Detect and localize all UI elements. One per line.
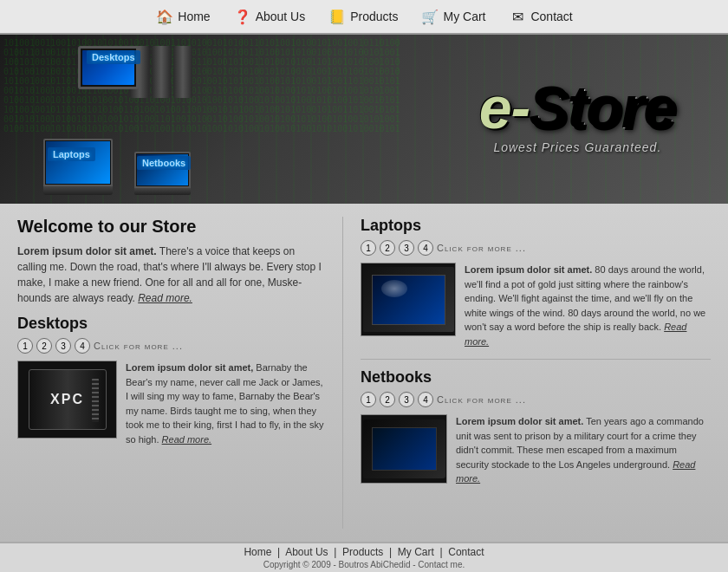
products-icon: 📒 xyxy=(328,7,347,26)
desktop-page-3[interactable]: 3 xyxy=(55,338,71,354)
netbook-page-4[interactable]: 4 xyxy=(418,392,433,407)
netbook-page-1[interactable]: 1 xyxy=(361,392,376,407)
netbooks-desc-bold: Lorem ipsum dolor sit amet. xyxy=(456,416,583,426)
xpc-vent xyxy=(92,379,99,422)
about-icon: ❓ xyxy=(233,7,252,26)
footer-home[interactable]: Home xyxy=(244,546,271,558)
laptops-desc: Lorem ipsum dolor sit amet. 80 days arou… xyxy=(465,263,711,348)
laptops-badge: Laptops xyxy=(48,147,95,161)
footer-products[interactable]: Products xyxy=(342,546,383,558)
left-column: Welcome to our Store Lorem ipsum dolor s… xyxy=(17,217,325,529)
netbooks-title: Netbooks xyxy=(361,368,711,387)
footer-links: Home | About Us | Products | My Cart | C… xyxy=(244,546,484,558)
footer-copyright: Copyright © 2009 - Boutros AbiChedid - C… xyxy=(263,560,465,569)
desktop-product-image: XPC xyxy=(17,361,117,439)
desktops-pagination: 1 2 3 4 Click for more ... xyxy=(17,338,325,354)
desktop-page-2[interactable]: 2 xyxy=(36,338,52,354)
home-icon: 🏠 xyxy=(155,7,174,26)
banner-computers: Desktops Laptops Netbooks xyxy=(35,39,277,204)
netbooks-badge: Netbooks xyxy=(137,156,191,170)
laptop-page-2[interactable]: 2 xyxy=(380,240,395,256)
welcome-section: Welcome to our Store Lorem ipsum dolor s… xyxy=(17,217,325,306)
netbook-product-screen xyxy=(372,427,437,471)
netbook-product-image xyxy=(361,414,447,484)
nav-contact[interactable]: ✉ Contact xyxy=(501,3,579,29)
netbook-display: Netbooks xyxy=(134,152,191,195)
desktops-section: Desktops 1 2 3 4 Click for more ... XPC … xyxy=(17,315,325,446)
laptop-display: Laptops xyxy=(43,139,113,195)
nav-home-label: Home xyxy=(178,10,210,23)
laptop-page-1[interactable]: 1 xyxy=(361,240,376,256)
laptops-click-more[interactable]: Click for more ... xyxy=(437,243,526,253)
xpc-label: XPC xyxy=(50,392,84,407)
desktop-page-1[interactable]: 1 xyxy=(17,338,33,354)
right-column: Laptops 1 2 3 4 Click for more ... Lore xyxy=(342,217,711,529)
nav-home[interactable]: 🏠 Home xyxy=(148,3,217,29)
tower-2 xyxy=(152,46,171,98)
netbook-page-3[interactable]: 3 xyxy=(399,392,414,407)
netbooks-pagination: 1 2 3 4 Click for more ... xyxy=(361,392,711,407)
laptops-desc-bold: Lorem ipsum dolor sit amet. xyxy=(465,264,592,275)
laptops-section: Laptops 1 2 3 4 Click for more ... Lore xyxy=(361,217,711,348)
desktops-title: Desktops xyxy=(17,315,325,333)
netbooks-product-row: Lorem ipsum dolor sit amet. Ten years ag… xyxy=(361,414,711,486)
title-e: e- xyxy=(479,74,530,140)
title-main: Store xyxy=(530,74,676,140)
welcome-text-bold: Lorem ipsum dolor sit amet. xyxy=(17,245,157,257)
tower-3 xyxy=(173,46,192,98)
navigation: 🏠 Home ❓ About Us 📒 Products 🛒 My Cart ✉… xyxy=(0,0,728,35)
laptop-page-3[interactable]: 3 xyxy=(399,240,414,256)
desktops-click-more[interactable]: Click for more ... xyxy=(94,341,183,351)
laptop-page-4[interactable]: 4 xyxy=(418,240,433,256)
netbooks-desc: Lorem ipsum dolor sit amet. Ten years ag… xyxy=(456,414,711,486)
banner: 1010010011001010010101001001010011010100… xyxy=(0,35,728,204)
netbook-body xyxy=(134,188,191,195)
laptops-title: Laptops xyxy=(361,217,711,235)
banner-title: e-Store Lowest Prices Guaranteed. xyxy=(479,77,676,153)
cart-icon: 🛒 xyxy=(420,7,439,26)
contact-icon: ✉ xyxy=(508,7,527,26)
netbooks-section: Netbooks 1 2 3 4 Click for more ... Lore… xyxy=(361,368,711,486)
netbook-page-2[interactable]: 2 xyxy=(380,392,395,407)
nav-cart[interactable]: 🛒 My Cart xyxy=(413,3,492,29)
netbook-product-visual xyxy=(363,419,445,478)
desktop-read-more[interactable]: Read more. xyxy=(162,434,211,445)
laptop-product-image xyxy=(361,263,456,336)
nav-about-label: About Us xyxy=(256,10,306,23)
xpc-body: XPC xyxy=(29,369,107,430)
laptop-glare xyxy=(381,280,407,297)
desktop-desc-bold: Lorem ipsum dolor sit amet, xyxy=(126,362,253,373)
desktops-product-row: XPC Lorem ipsum dolor sit amet, Barnaby … xyxy=(17,361,325,446)
nav-products[interactable]: 📒 Products xyxy=(321,3,405,29)
nav-about[interactable]: ❓ About Us xyxy=(226,3,313,29)
welcome-read-more[interactable]: Read more. xyxy=(138,292,192,304)
welcome-text: Lorem ipsum dolor sit amet. There's a vo… xyxy=(17,244,325,306)
laptop-screen-wrap xyxy=(43,139,113,186)
footer-about[interactable]: About Us xyxy=(285,546,328,558)
laptops-pagination: 1 2 3 4 Click for more ... xyxy=(361,240,711,256)
desktops-badge: Desktops xyxy=(87,50,140,64)
laptops-product-row: Lorem ipsum dolor sit amet. 80 days arou… xyxy=(361,263,711,348)
desktop-page-4[interactable]: 4 xyxy=(75,338,90,354)
desktop-desc: Lorem ipsum dolor sit amet, Barnaby the … xyxy=(126,361,325,446)
nav-cart-label: My Cart xyxy=(443,10,485,23)
store-title: e-Store xyxy=(479,77,676,136)
nav-contact-label: Contact xyxy=(530,10,572,23)
netbooks-click-more[interactable]: Click for more ... xyxy=(437,394,526,405)
desktop-desc-body: Barnaby the Bear's my name, never call m… xyxy=(126,362,323,445)
laptop-product-visual xyxy=(363,267,454,332)
footer-contact[interactable]: Contact xyxy=(448,546,484,558)
nav-products-label: Products xyxy=(350,10,398,23)
main-content: Welcome to our Store Lorem ipsum dolor s… xyxy=(0,204,728,542)
laptop-product-screen xyxy=(372,275,445,325)
welcome-title: Welcome to our Store xyxy=(17,217,325,237)
store-subtitle: Lowest Prices Guaranteed. xyxy=(479,140,676,153)
footer: Home | About Us | Products | My Cart | C… xyxy=(0,542,728,572)
footer-cart[interactable]: My Cart xyxy=(398,546,434,558)
desktop-display: Desktops xyxy=(78,46,139,89)
laptop-body xyxy=(43,186,113,195)
section-divider xyxy=(361,359,711,360)
